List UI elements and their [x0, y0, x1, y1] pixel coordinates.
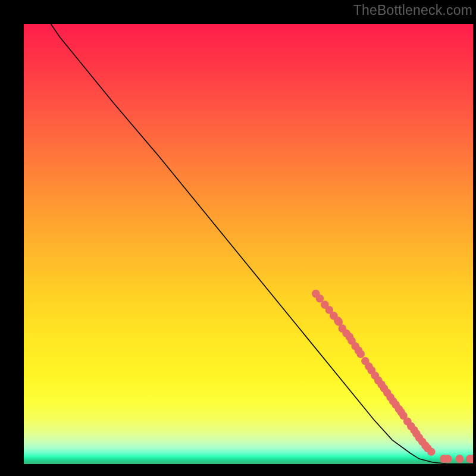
chart-svg [24, 24, 473, 464]
data-marker [456, 455, 464, 463]
data-markers [312, 290, 473, 463]
data-marker [427, 448, 436, 456]
data-curve [51, 24, 473, 464]
chart-container: TheBottleneck.com [0, 0, 476, 476]
data-marker [357, 350, 365, 358]
data-marker [444, 455, 452, 463]
attribution-label: TheBottleneck.com [353, 2, 472, 18]
plot-area [24, 24, 473, 464]
